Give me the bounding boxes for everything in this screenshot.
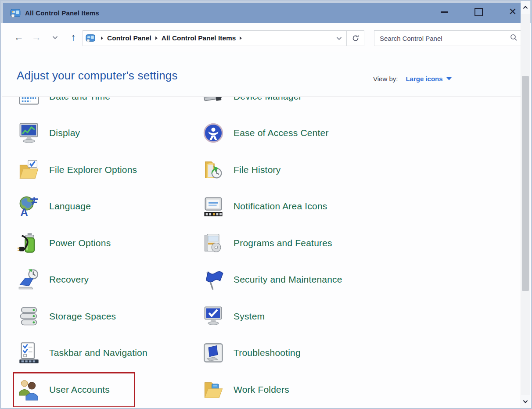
item-label: Power Options	[49, 238, 111, 248]
address-dropdown-chevron-icon[interactable]	[336, 36, 342, 40]
window-title: All Control Panel Items	[25, 9, 99, 17]
troubleshooting-icon	[202, 341, 225, 364]
item-label: Work Folders	[234, 384, 289, 395]
control-panel-item-taskbar-and-navigation[interactable]: Taskbar and Navigation	[18, 335, 193, 372]
search-input[interactable]	[379, 34, 510, 43]
control-panel-icon	[86, 33, 95, 43]
item-label: File History	[234, 165, 280, 175]
back-button[interactable]: ←	[11, 30, 26, 45]
control-panel-item-file-history[interactable]: File History	[202, 151, 483, 188]
date-time-icon	[18, 97, 40, 108]
scrollbar-thumb[interactable]	[522, 76, 529, 291]
power-options-icon	[18, 232, 40, 255]
control-panel-item-system[interactable]: System	[202, 298, 483, 335]
item-label: Display	[49, 128, 80, 138]
items-area: Date and TimeDisplayFile Explorer Option…	[2, 97, 530, 407]
item-label: Taskbar and Navigation	[49, 348, 147, 358]
file-explorer-options-icon	[18, 158, 40, 181]
control-panel-item-storage-spaces[interactable]: Storage Spaces	[18, 298, 193, 335]
breadcrumb-arrow-icon	[155, 36, 158, 40]
recovery-icon	[18, 268, 40, 291]
item-label: Programs and Features	[234, 238, 332, 248]
chevron-up-icon	[523, 6, 528, 9]
breadcrumb-arrow-icon	[101, 36, 103, 40]
control-panel-item-language[interactable]: ALanguage	[18, 188, 193, 225]
maximize-button[interactable]	[470, 3, 487, 21]
control-panel-item-programs-and-features[interactable]: Programs and Features	[202, 225, 483, 262]
maximize-icon	[474, 8, 483, 16]
breadcrumb-arrow-icon	[240, 36, 242, 40]
breadcrumb-all-control-panel-items[interactable]: All Control Panel Items	[162, 34, 236, 42]
item-label: Date and Time	[49, 97, 110, 102]
close-button[interactable]: ✕	[504, 3, 521, 21]
item-label: Ease of Access Center	[234, 128, 329, 138]
control-panel-item-device-manager[interactable]: Device Manager	[202, 97, 483, 115]
navigation-toolbar: ← → ↑ Control Panel All Control Panel It…	[2, 24, 530, 52]
refresh-button[interactable]	[347, 30, 364, 46]
control-panel-item-work-folders[interactable]: Work Folders	[202, 371, 483, 407]
user-accounts-icon	[18, 378, 40, 401]
item-label: Recovery	[49, 274, 89, 285]
control-panel-item-troubleshooting[interactable]: Troubleshooting	[202, 335, 483, 372]
control-panel-item-date-and-time[interactable]: Date and Time	[18, 97, 193, 115]
titlebar: All Control Panel Items ✕	[1, 1, 531, 23]
minimize-icon	[441, 11, 448, 13]
control-panel-item-ease-of-access-center[interactable]: Ease of Access Center	[202, 115, 483, 152]
item-label: System	[234, 311, 265, 322]
close-icon: ✕	[509, 7, 517, 17]
programs-and-features-icon	[202, 232, 225, 255]
svg-text:A: A	[21, 206, 28, 218]
security-maintenance-icon	[202, 268, 225, 291]
page-title: Adjust your computer's settings	[17, 69, 178, 83]
breadcrumb-control-panel[interactable]: Control Panel	[107, 34, 151, 42]
item-label: File Explorer Options	[49, 165, 137, 175]
language-icon: A	[18, 195, 40, 218]
chevron-down-icon	[523, 400, 528, 403]
item-label: Device Manager	[234, 97, 302, 102]
work-folders-icon	[202, 378, 225, 401]
control-panel-item-notification-area-icons[interactable]: Notification Area Icons	[202, 188, 483, 225]
view-by-caret-icon[interactable]	[446, 77, 452, 80]
page-header: Adjust your computer's settings View by:…	[2, 52, 530, 97]
view-by-label: View by:	[373, 75, 398, 83]
scroll-up-button[interactable]	[521, 1, 530, 14]
forward-button[interactable]: →	[29, 30, 44, 45]
control-panel-window: All Control Panel Items ✕ ← → ↑ Control …	[0, 0, 532, 409]
address-bar[interactable]: Control Panel All Control Panel Items	[83, 30, 347, 46]
taskbar-navigation-icon	[18, 341, 40, 364]
system-icon	[202, 305, 225, 328]
refresh-icon	[352, 34, 359, 42]
item-label: Troubleshooting	[234, 348, 301, 358]
item-label: Security and Maintenance	[234, 274, 342, 285]
up-button[interactable]: ↑	[66, 30, 81, 45]
item-label: Storage Spaces	[49, 311, 116, 322]
view-by-control: View by: Large icons	[373, 75, 452, 83]
item-label: Notification Area Icons	[234, 201, 327, 212]
search-icon[interactable]	[510, 34, 518, 43]
vertical-scrollbar[interactable]	[521, 1, 530, 408]
control-panel-item-user-accounts[interactable]: User Accounts	[18, 371, 193, 407]
control-panel-item-recovery[interactable]: Recovery	[18, 262, 193, 298]
item-label: User Accounts	[49, 384, 110, 395]
items-column-right: Device ManagerEase of Access CenterFile …	[202, 97, 483, 407]
scroll-down-button[interactable]	[521, 395, 530, 408]
notification-area-icons-icon	[202, 195, 225, 218]
control-panel-item-file-explorer-options[interactable]: File Explorer Options	[18, 151, 193, 188]
storage-spaces-icon	[18, 305, 40, 328]
items-column-left: Date and TimeDisplayFile Explorer Option…	[18, 97, 193, 407]
recent-pages-chevron-icon[interactable]	[47, 30, 62, 45]
control-panel-window-icon	[10, 8, 21, 18]
display-icon	[18, 122, 40, 144]
device-manager-icon	[202, 97, 225, 108]
file-history-icon	[202, 158, 225, 181]
view-by-value[interactable]: Large icons	[406, 75, 442, 83]
ease-of-access-icon	[202, 122, 225, 144]
control-panel-item-display[interactable]: Display	[18, 115, 193, 152]
control-panel-item-security-and-maintenance[interactable]: Security and Maintenance	[202, 262, 483, 298]
minimize-button[interactable]	[435, 3, 453, 21]
item-label: Language	[49, 201, 91, 212]
search-box[interactable]	[374, 30, 522, 46]
control-panel-item-power-options[interactable]: Power Options	[18, 225, 193, 262]
